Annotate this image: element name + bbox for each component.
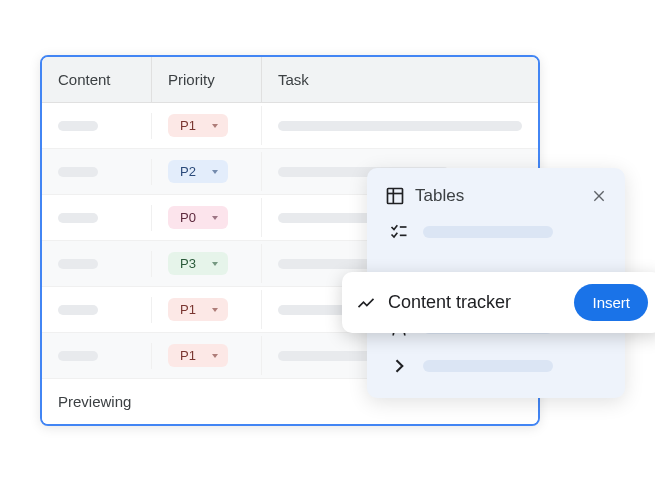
chevron-right-icon (389, 356, 409, 376)
cell-priority[interactable]: P1 (152, 290, 262, 329)
chevron-down-icon (212, 354, 218, 358)
template-label-placeholder (423, 226, 553, 238)
cell-content[interactable] (42, 297, 152, 323)
priority-label: P1 (180, 302, 196, 317)
priority-label: P3 (180, 256, 196, 271)
content-placeholder (58, 213, 98, 223)
table-icon (385, 186, 405, 206)
close-icon[interactable] (591, 188, 607, 204)
priority-label: P1 (180, 348, 196, 363)
trend-icon (356, 293, 376, 313)
column-header-priority[interactable]: Priority (152, 57, 262, 102)
cell-content[interactable] (42, 205, 152, 231)
priority-chip[interactable]: P2 (168, 160, 228, 183)
priority-label: P1 (180, 118, 196, 133)
priority-chip[interactable]: P1 (168, 298, 228, 321)
priority-chip[interactable]: P1 (168, 114, 228, 137)
insert-button[interactable]: Insert (574, 284, 648, 321)
column-header-content[interactable]: Content (42, 57, 152, 102)
table-row[interactable]: P1 (42, 103, 538, 149)
chevron-down-icon (212, 170, 218, 174)
priority-label: P0 (180, 210, 196, 225)
content-placeholder (58, 121, 98, 131)
template-label-placeholder (423, 360, 553, 372)
chevron-down-icon (212, 308, 218, 312)
cell-priority[interactable]: P0 (152, 198, 262, 237)
priority-chip[interactable]: P3 (168, 252, 228, 275)
priority-label: P2 (180, 164, 196, 179)
priority-chip[interactable]: P1 (168, 344, 228, 367)
column-header-task[interactable]: Task (262, 57, 538, 102)
cell-task[interactable] (262, 113, 538, 139)
content-placeholder (58, 259, 98, 269)
template-item-more[interactable] (385, 356, 607, 376)
panel-header: Tables (385, 186, 607, 206)
cell-content[interactable] (42, 113, 152, 139)
template-label: Content tracker (388, 292, 562, 313)
checklist-icon (389, 222, 409, 242)
cell-priority[interactable]: P1 (152, 336, 262, 375)
cell-content[interactable] (42, 343, 152, 369)
cell-content[interactable] (42, 159, 152, 185)
content-placeholder (58, 167, 98, 177)
svg-rect-0 (388, 189, 403, 204)
chevron-down-icon (212, 124, 218, 128)
priority-chip[interactable]: P0 (168, 206, 228, 229)
cell-priority[interactable]: P3 (152, 244, 262, 283)
task-placeholder (278, 121, 522, 131)
chevron-down-icon (212, 216, 218, 220)
template-item-checklist[interactable] (385, 222, 607, 242)
cell-content[interactable] (42, 251, 152, 277)
panel-title: Tables (415, 186, 464, 206)
table-header-row: Content Priority Task (42, 57, 538, 103)
chevron-down-icon (212, 262, 218, 266)
content-placeholder (58, 305, 98, 315)
cell-priority[interactable]: P2 (152, 152, 262, 191)
content-placeholder (58, 351, 98, 361)
template-item-content-tracker[interactable]: Content tracker Insert (342, 272, 655, 333)
cell-priority[interactable]: P1 (152, 106, 262, 145)
